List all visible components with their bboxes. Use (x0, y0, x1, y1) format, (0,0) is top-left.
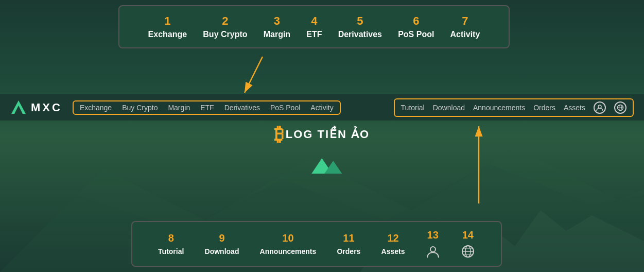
nav-buy-crypto[interactable]: Buy Crypto (122, 104, 158, 112)
annotation-label-derivatives: Derivatives (338, 30, 382, 39)
annotation-item-7: 7 Activity (450, 14, 480, 39)
arrow-bottom-to-nav (448, 121, 499, 209)
annotation-number-6: 6 (413, 14, 419, 28)
annotation-number-10: 10 (282, 232, 293, 244)
annotation-label-orders: Orders (337, 247, 360, 256)
annotation-label-assets: Assets (381, 247, 405, 256)
annotation-number-3: 3 (274, 14, 280, 28)
center-content: ₿ LOG TIỀN ẢO (274, 124, 370, 176)
nav-etf[interactable]: ETF (200, 104, 214, 112)
annotation-item-4: 4 ETF (306, 14, 322, 39)
nav-download[interactable]: Download (433, 104, 465, 112)
annotation-label-tutorial: Tutorial (158, 247, 184, 256)
bitcoin-icon: ₿ (274, 124, 284, 145)
annotation-label-activity: Activity (450, 30, 480, 39)
annotation-label-pos-pool: PoS Pool (398, 30, 434, 39)
annotation-item-9: 9 Download (205, 232, 239, 256)
logo-icon (10, 99, 27, 116)
user-icon-bottom (426, 244, 440, 259)
nav-assets[interactable]: Assets (564, 104, 585, 112)
blog-logo-row: ₿ LOG TIỀN ẢO (274, 124, 370, 145)
annotation-item-10: 10 Announcements (260, 232, 317, 256)
annotation-number-5: 5 (357, 14, 363, 28)
globe-icon-bottom (461, 244, 475, 259)
annotation-item-1: 1 Exchange (148, 14, 187, 39)
nav-activity[interactable]: Activity (310, 104, 333, 112)
annotation-label-announcements: Announcements (260, 247, 317, 256)
annotation-number-7: 7 (462, 14, 468, 28)
logo: MXC (10, 99, 62, 116)
nav-margin[interactable]: Margin (168, 104, 190, 112)
user-icon[interactable] (594, 101, 606, 114)
nav-announcements[interactable]: Announcements (473, 104, 525, 112)
annotation-number-1: 1 (164, 14, 170, 28)
annotation-number-12: 12 (387, 232, 398, 244)
annotation-number-8: 8 (168, 232, 174, 244)
annotation-item-11: 11 Orders (337, 232, 360, 256)
mountains-logo (301, 150, 342, 176)
nav-orders[interactable]: Orders (533, 104, 555, 112)
annotation-number-9: 9 (219, 232, 224, 244)
annotation-label-etf: ETF (306, 30, 322, 39)
nav-left-box: Exchange Buy Crypto Margin ETF Derivativ… (73, 100, 341, 115)
annotation-item-2: 2 Buy Crypto (203, 14, 247, 39)
navbar: MXC Exchange Buy Crypto Margin ETF Deriv… (0, 94, 644, 121)
annotation-bottom-box: 8 Tutorial 9 Download 10 Announcements 1… (131, 221, 502, 267)
nav-exchange[interactable]: Exchange (80, 104, 112, 112)
logo-text: MXC (31, 101, 62, 114)
globe-icon[interactable] (614, 101, 626, 114)
blog-title: LOG TIỀN ẢO (286, 128, 370, 141)
arrow-top-to-nav (232, 54, 273, 98)
annotation-item-8: 8 Tutorial (158, 232, 184, 256)
annotation-label-exchange: Exchange (148, 30, 187, 39)
annotation-item-13: 13 (426, 229, 440, 259)
svg-line-4 (245, 57, 263, 93)
annotation-number-14: 14 (462, 229, 474, 241)
annotation-label-buy-crypto: Buy Crypto (203, 30, 247, 39)
annotation-top-box: 1 Exchange 2 Buy Crypto 3 Margin 4 ETF 5… (118, 5, 510, 48)
annotation-number-11: 11 (343, 232, 354, 244)
nav-tutorial[interactable]: Tutorial (401, 104, 425, 112)
svg-point-7 (598, 105, 601, 108)
nav-right-box: Tutorial Download Announcements Orders A… (394, 98, 634, 117)
annotation-item-12: 12 Assets (381, 232, 405, 256)
annotation-item-14: 14 (461, 229, 475, 259)
annotation-item-5: 5 Derivatives (338, 14, 382, 39)
annotation-number-2: 2 (222, 14, 228, 28)
annotation-label-margin: Margin (264, 30, 290, 39)
annotation-number-4: 4 (311, 14, 317, 28)
nav-pos-pool[interactable]: PoS Pool (270, 104, 300, 112)
annotation-item-3: 3 Margin (264, 14, 290, 39)
annotation-number-13: 13 (427, 229, 439, 241)
svg-point-15 (430, 247, 436, 252)
annotation-label-download: Download (205, 247, 239, 256)
nav-derivatives[interactable]: Derivatives (224, 104, 260, 112)
annotation-item-6: 6 PoS Pool (398, 14, 434, 39)
